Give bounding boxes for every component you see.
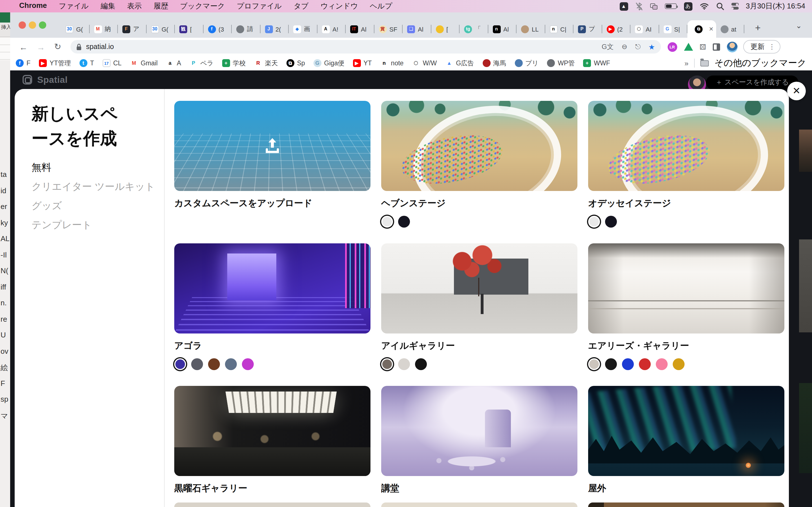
space-thumbnail[interactable] [381,101,577,191]
back-button[interactable]: ← [19,42,28,52]
bookmark-item[interactable]: nnote [380,59,404,67]
space-thumbnail[interactable] [381,386,577,476]
zoom-out-icon[interactable]: ⊖ [622,43,627,51]
chrome-menu-icon[interactable]: ⋮ [769,43,775,51]
wifi-icon[interactable] [700,3,709,10]
color-swatch[interactable] [673,358,684,370]
bookmark-item[interactable]: 海馬 [483,59,506,67]
browser-tab[interactable]: ❑Al [403,20,431,38]
space-card[interactable]: エアリーズ・ギャラリー [588,243,784,371]
spotlight-search-icon[interactable] [716,2,724,10]
extensions-puzzle-icon[interactable]: ⚄ [700,43,706,51]
menu-item[interactable]: Chrome [19,1,47,11]
lr-extension-icon[interactable]: LR [667,42,677,52]
browser-tab[interactable]: 観[ [175,20,203,38]
other-bookmarks-label[interactable]: その他のブックマーク [714,57,806,69]
reload-button[interactable]: ↻ [54,42,61,52]
color-swatch[interactable] [398,358,410,370]
bookmarks-overflow-chevron[interactable]: » [684,59,689,67]
menubar-clock[interactable]: 3月30日(木) 16:54 [746,1,805,11]
browser-tab[interactable]: at [716,20,744,38]
browser-tab[interactable]: nC| [545,20,573,38]
browser-tab[interactable]: 賞SF [374,20,403,38]
modal-nav-item[interactable]: クリエイター ツールキット [32,177,155,196]
browser-tab[interactable]: tg「 [460,20,488,38]
app-badge-icon[interactable]: ▲ [619,2,628,10]
menu-item[interactable]: 履歴 [154,1,168,11]
screen-mirroring-icon[interactable] [650,3,657,9]
browser-tab[interactable]: AA! [317,20,346,38]
space-card[interactable]: 屋外 [588,386,784,507]
menu-item[interactable]: 表示 [127,1,142,11]
browser-tab[interactable]: 30G( [61,20,89,38]
space-card[interactable]: カスタムスペースをアップロード [174,101,370,228]
share-icon[interactable]: ⎋ [635,43,641,51]
browser-tab-active[interactable]: ⧉✕ [688,20,716,38]
space-card[interactable]: 黒曜石ギャラリー [174,386,370,507]
bluetooth-off-icon[interactable] [635,2,643,10]
bookmark-item[interactable]: ▶YT管理 [39,59,71,67]
browser-tab[interactable]: Pプ [573,20,602,38]
browser-tab[interactable]: ITAl [346,20,374,38]
color-swatch[interactable] [605,216,617,227]
space-card[interactable]: アゴラ [174,243,370,371]
space-thumbnail[interactable] [588,243,784,334]
menu-item[interactable]: タブ [294,1,308,11]
color-swatch[interactable] [381,358,393,370]
browser-tab[interactable]: 請 [232,20,260,38]
color-swatch[interactable] [208,358,220,370]
browser-tab[interactable]: LL [516,20,545,38]
omnibox[interactable]: spatial.io G文 ⊖ ⎋ ★ [70,40,661,54]
color-swatch[interactable] [415,358,427,370]
color-swatch[interactable] [656,358,668,370]
browser-tab[interactable]: M納 [89,20,118,38]
bookmark-item[interactable]: プリ [515,59,539,67]
browser-tab[interactable]: GS| [659,20,688,38]
bookmark-item[interactable]: GGiga便 [313,59,345,67]
browser-tab[interactable]: [ [431,20,460,38]
tab-overflow-chevron-icon[interactable]: ⌄ [796,21,802,30]
tab-close-icon[interactable]: ✕ [709,26,714,32]
bookmark-item[interactable]: aA [166,59,181,67]
color-swatch[interactable] [622,358,634,370]
window-minimize-button[interactable] [29,21,36,29]
menu-item[interactable]: ブックマーク [180,1,225,11]
space-thumbnail[interactable] [588,386,784,476]
spatial-logo-icon[interactable] [22,75,32,84]
color-swatch[interactable] [639,358,651,370]
side-panel-icon[interactable] [713,43,720,50]
input-source-icon[interactable]: あ [684,2,692,10]
browser-tab[interactable]: J2( [260,20,289,38]
color-swatch[interactable] [242,358,254,370]
bookmark-item[interactable]: ⬡W/W [412,59,437,67]
battery-icon[interactable] [665,3,676,9]
modal-close-button[interactable]: ✕ [787,82,806,100]
color-swatch[interactable] [381,216,393,227]
modal-nav-item[interactable]: テンプレート [32,215,155,234]
color-swatch[interactable] [398,216,410,227]
window-zoom-button[interactable] [39,21,46,29]
space-card[interactable]: アイルギャラリー [381,243,577,371]
bookmark-item[interactable]: WP管 [547,59,574,67]
bookmark-item[interactable]: ▲G広告 [445,59,474,67]
space-thumbnail[interactable] [588,101,784,191]
menu-item[interactable]: 編集 [101,1,115,11]
bookmark-item[interactable]: MGmail [130,59,158,67]
bookmark-item[interactable]: R楽天 [254,59,278,67]
bookmark-item[interactable]: ⧉Sp [286,59,305,67]
space-thumbnail[interactable] [174,101,370,191]
browser-tab[interactable]: f(3 [203,20,232,38]
browser-tab[interactable]: nAl [488,20,516,38]
spatial-logo-text[interactable]: Spatial [37,75,68,85]
color-swatch[interactable] [174,358,186,370]
browser-tab[interactable]: ▶(2 [602,20,630,38]
bookmark-item[interactable]: tT [79,59,94,67]
new-tab-button[interactable]: + [750,20,766,36]
space-card[interactable]: オデッセイステージ [588,101,784,228]
color-swatch[interactable] [605,358,617,370]
bookmark-item[interactable]: ▶YT [353,59,371,67]
chrome-update-button[interactable]: 更新 ⋮ [743,40,780,54]
control-center-icon[interactable] [731,3,739,10]
space-thumbnail[interactable] [381,243,577,334]
menu-item[interactable]: ヘルプ [370,1,393,11]
